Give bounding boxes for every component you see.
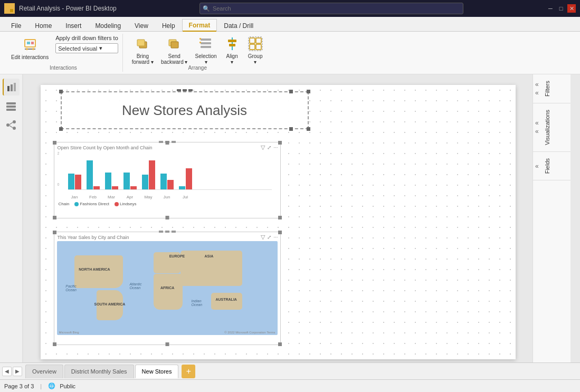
page-tab-district[interactable]: District Monthly Sales (64, 365, 134, 378)
label-north-america: NORTH AMERICA (79, 267, 110, 271)
map-filter-icon[interactable]: ▽ (261, 234, 265, 241)
map-australia (211, 293, 242, 310)
chart-handle-br[interactable] (278, 216, 282, 219)
chart-handle-tr[interactable] (278, 141, 282, 145)
map-handle-br[interactable] (278, 342, 282, 346)
chart-handle-bl[interactable] (53, 216, 56, 219)
group-icon (248, 36, 263, 53)
sidebar-icon-report[interactable] (3, 79, 20, 95)
svg-point-34 (13, 127, 16, 130)
bring-forward-button[interactable]: Bring forward ▾ (129, 35, 156, 66)
drill-select[interactable]: Selected visual ▾ (55, 43, 118, 53)
svg-rect-1 (10, 5, 13, 8)
chart-legend: Chain Fashions Direct Lindseys (54, 200, 280, 207)
page-nav-next[interactable]: ▶ (13, 367, 22, 376)
tab-format[interactable]: Format (182, 19, 217, 32)
map-handle-bm[interactable] (165, 342, 169, 346)
resize-handle-tl[interactable] (59, 90, 63, 93)
sidebar-icon-data[interactable] (3, 98, 20, 114)
map-wrapper[interactable]: ▽ ⤢ ··· This Year Sales by City and Chai… (54, 232, 281, 345)
group-button[interactable]: Group ▾ (245, 35, 266, 66)
fields-collapse-icon[interactable]: « (534, 162, 540, 170)
x-label-apr: Apr (123, 195, 137, 199)
resize-handle-bm[interactable] (289, 127, 293, 131)
svg-rect-4 (27, 42, 30, 44)
filters-collapse-icon[interactable]: « (534, 80, 540, 89)
align-label: Align (226, 53, 237, 59)
minimize-button[interactable]: ─ (546, 4, 555, 13)
page-tab-nav: ◀ ▶ (2, 367, 22, 376)
title-visual-wrapper[interactable]: New Stores Analysis (61, 91, 309, 129)
send-backward-label: Send (168, 53, 180, 59)
svg-rect-27 (11, 84, 13, 91)
send-backward-button[interactable]: Send backward ▾ (158, 35, 191, 66)
map-handle-tl[interactable] (53, 231, 56, 234)
chart-toolbar: ▽ ⤢ ··· (261, 144, 278, 151)
viz-collapse-btns: « « (533, 117, 541, 138)
close-button[interactable]: ✕ (567, 4, 576, 13)
bar-jan-l (75, 175, 81, 189)
bar-jun-l (167, 180, 174, 189)
edit-interactions-button[interactable]: Edit interactions (8, 35, 51, 63)
drill-filter-label: Apply drill down filters to (55, 35, 118, 41)
page-tab-new-stores[interactable]: New Stores (135, 365, 179, 378)
tab-home[interactable]: Home (28, 20, 59, 32)
resize-handle-top[interactable] (177, 89, 181, 91)
filters-expand-icon[interactable]: « (534, 89, 540, 97)
selection-button[interactable]: Selection ▾ (192, 35, 219, 66)
map-drag-dot (159, 231, 163, 233)
map-more-icon[interactable]: ··· (273, 234, 278, 240)
resize-handle-bl[interactable] (59, 127, 63, 131)
add-page-button[interactable]: + (182, 365, 195, 378)
x-label-jul: Jul (179, 195, 192, 199)
label-indian: IndianOcean (191, 299, 202, 307)
page-title-text: New Stores Analysis (122, 102, 247, 119)
svg-rect-19 (228, 40, 236, 42)
x-label-feb: Feb (87, 195, 100, 199)
label-south-america: SOUTH AMERICA (94, 302, 126, 306)
tab-data-drill[interactable]: Data / Drill (217, 20, 260, 32)
status-bar: Page 3 of 3 | 🌐 Public (0, 379, 580, 392)
map-expand-icon[interactable]: ⤢ (267, 234, 271, 240)
ribbon: File Home Insert Modeling View Help Form… (0, 17, 580, 74)
sidebar-icon-model[interactable] (3, 117, 20, 133)
resize-handle-tr[interactable] (307, 90, 310, 93)
label-australia: AUSTRALIA (215, 298, 236, 301)
viz-expand-icon[interactable]: « (534, 127, 540, 136)
bring-forward-icon (135, 36, 150, 53)
tab-view[interactable]: View (128, 20, 155, 32)
search-input[interactable] (199, 3, 463, 14)
resize-handle-tm[interactable] (289, 90, 293, 93)
viz-collapse-icon[interactable]: « (534, 119, 540, 127)
canvas-area[interactable]: New Stores Analysis (23, 74, 533, 362)
filter-icon[interactable]: ▽ (261, 144, 265, 151)
bar-chart-wrapper[interactable]: ▽ ⤢ ··· Open Store Count by Open Month a… (54, 142, 281, 218)
svg-rect-26 (7, 86, 9, 91)
tab-help[interactable]: Help (155, 20, 182, 32)
x-label-jun: Jun (160, 195, 174, 199)
resize-handle-top3[interactable] (188, 89, 193, 91)
svg-rect-15 (201, 46, 211, 48)
x-label-mar: Mar (105, 195, 118, 199)
svg-rect-17 (199, 42, 201, 43)
tab-insert[interactable]: Insert (59, 20, 88, 32)
align-button[interactable]: Align ▾ (222, 35, 243, 66)
resize-handle-br[interactable] (307, 127, 310, 131)
more-icon[interactable]: ··· (273, 145, 278, 150)
chart-handle-tm[interactable] (165, 141, 169, 145)
map-handle-tr[interactable] (278, 231, 282, 234)
chart-handle-bm[interactable] (165, 216, 169, 219)
tab-file[interactable]: File (4, 20, 28, 32)
maximize-button[interactable]: □ (557, 4, 565, 13)
page-tab-overview[interactable]: Overview (25, 365, 63, 378)
page-nav-prev[interactable]: ◀ (2, 367, 12, 376)
chart-handle-tl[interactable] (53, 141, 56, 145)
expand-icon[interactable]: ⤢ (267, 145, 271, 150)
tab-modeling[interactable]: Modeling (88, 20, 128, 32)
label-asia: ASIA (205, 254, 214, 258)
bar-feb-l (93, 186, 100, 189)
resize-handle-top2[interactable] (183, 89, 187, 91)
map-handle-bl[interactable] (53, 342, 56, 346)
bar-jun-fd (160, 174, 167, 189)
window-controls[interactable]: ─ □ ✕ (546, 4, 576, 13)
